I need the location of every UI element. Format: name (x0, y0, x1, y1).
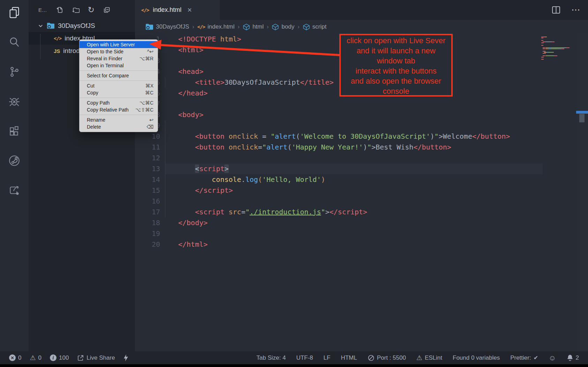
line-content: </body> (165, 217, 543, 228)
breadcrumb-item-script[interactable]: script (303, 23, 327, 31)
menu-item-select-for-compare[interactable]: Select for Compare (80, 72, 158, 79)
code-token: " (435, 132, 439, 140)
menu-item-reveal-in-finder[interactable]: Reveal in Finder⌥⌘R (80, 55, 158, 62)
minimap-line (541, 45, 573, 46)
status-item-smiley[interactable]: ☺ (549, 354, 556, 362)
status-item-0[interactable]: ✕0 (9, 354, 21, 361)
menu-item-copy-path[interactable]: Copy Path⌥⌘C (80, 99, 158, 106)
status-item-label: 0 (38, 354, 42, 361)
menu-item-label: Open with Live Server (87, 42, 153, 47)
code-token: </html> (178, 240, 208, 249)
status-item-port-5500[interactable]: Port : 5500 (368, 354, 406, 361)
tab-close-icon[interactable]: × (187, 6, 192, 15)
minimap-line (541, 51, 573, 52)
activity-extensions-icon[interactable] (7, 123, 22, 139)
menu-item-open-with-live-server[interactable]: Open with Live Server (80, 41, 158, 48)
status-item-eslint[interactable]: ⚠ESLint (416, 354, 442, 361)
status-item-label: LF (324, 354, 331, 361)
code-token: </script> (330, 208, 367, 216)
code-token (178, 143, 195, 151)
code-token: <head> (178, 67, 203, 76)
status-item-html[interactable]: HTML (341, 354, 357, 361)
more-actions-icon[interactable]: ⋯ (571, 5, 581, 15)
folder-icon (47, 22, 55, 29)
tree-item-folder[interactable]: 30DaysOfJS (29, 20, 135, 32)
minimap-seg (543, 53, 546, 54)
code-token: > (439, 132, 443, 140)
activity-share-out-icon[interactable] (7, 183, 22, 198)
breadcrumb-item-html[interactable]: html (243, 23, 264, 31)
code-token: <!DOCTYPE (178, 35, 220, 43)
status-item-label: Found 0 variables (453, 354, 500, 361)
menu-item-delete[interactable]: Delete⌫ (80, 123, 158, 130)
breadcrumb-item-30daysofjs[interactable]: 30DaysOfJS (145, 23, 189, 30)
status-item-live-share[interactable]: Live Share (77, 354, 115, 361)
code-token: </head> (178, 89, 208, 97)
code-token: onclick (229, 132, 258, 140)
menu-item-shortcut: ⌥⇧⌘C (135, 107, 153, 113)
status-item-lf[interactable]: LF (324, 354, 331, 361)
minimap[interactable] (541, 37, 573, 60)
code-token: = (241, 208, 246, 216)
new-file-icon[interactable] (56, 6, 63, 14)
status-item-prettier-[interactable]: Prettier:✔ (510, 354, 538, 361)
collapse-all-icon[interactable] (103, 6, 110, 14)
line-content: <body> (165, 109, 543, 120)
menu-item-rename[interactable]: Rename↩ (80, 116, 158, 123)
menu-item-label: Open to the Side (87, 49, 147, 54)
scrollbar-thumb[interactable] (579, 114, 585, 122)
line-number: 11 (135, 142, 165, 153)
split-editor-icon[interactable] (551, 5, 561, 15)
breadcrumb-item-index-html[interactable]: </>index.html (197, 23, 235, 30)
menu-item-label: Rename (87, 117, 149, 123)
activity-source-control-icon[interactable] (7, 64, 22, 79)
code-line-10: 10 <button onclick = "alert('Welcome to … (135, 131, 543, 142)
status-item-zap[interactable] (123, 354, 128, 362)
code-token: log (246, 175, 258, 184)
activity-explorer-icon[interactable] (7, 5, 22, 20)
activity-live-share-sessions-icon[interactable] (7, 153, 22, 168)
menu-item-copy-relative-path[interactable]: Copy Relative Path⌥⇧⌘C (80, 106, 158, 113)
new-folder-icon[interactable] (72, 6, 80, 14)
menu-item-cut[interactable]: Cut⌘X (80, 82, 158, 89)
breadcrumb-label: body (281, 23, 294, 30)
breadcrumb-label: index.html (208, 23, 234, 30)
code-token: onclick (229, 143, 258, 151)
code-token (224, 132, 228, 140)
tab-index-html[interactable]: </> index.html × (135, 0, 220, 20)
code-token (178, 175, 212, 184)
cube-icon (303, 23, 310, 31)
activity-search-icon[interactable] (7, 35, 22, 50)
menu-item-copy[interactable]: Copy⌘C (80, 89, 158, 96)
code-token: alert (266, 143, 287, 151)
status-item-2[interactable]: 2 (567, 354, 579, 361)
status-item-tab-size-4[interactable]: Tab Size: 4 (256, 354, 286, 361)
line-number: 19 (135, 228, 165, 239)
refresh-icon[interactable]: ↻ (88, 6, 95, 13)
code-token: <title> (195, 78, 224, 86)
code-token: </title> (300, 78, 333, 86)
menu-item-shortcut: ⌥⌘C (140, 100, 153, 106)
scrollbar-track[interactable] (576, 34, 588, 351)
code-line-9: 9 (135, 120, 543, 131)
annotation-box: click on open with Live Severand it will… (339, 34, 453, 97)
menu-item-open-in-terminal[interactable]: Open in Terminal (80, 62, 158, 69)
minimap-line (541, 37, 573, 37)
code-token (224, 143, 228, 151)
code-token: ) (363, 143, 367, 151)
minimap-seg (558, 48, 561, 49)
minimap-seg (541, 37, 545, 37)
menu-item-shortcut: ⌥⌘R (140, 56, 153, 61)
overview-ruler-mark (576, 111, 588, 114)
minimap-line (541, 49, 573, 50)
feedback-smiley-icon: ☺ (549, 354, 556, 362)
activity-debug-icon[interactable] (7, 94, 22, 109)
status-item-100[interactable]: i100 (50, 354, 69, 361)
breadcrumb-item-body[interactable]: body (272, 23, 294, 31)
menu-item-label: Copy Relative Path (87, 107, 135, 113)
status-item-utf-8[interactable]: UTF-8 (296, 354, 313, 361)
status-item-0[interactable]: ⚠0 (30, 354, 42, 361)
html-file-icon: </> (141, 7, 149, 13)
menu-item-open-to-the-side[interactable]: Open to the Side^↩ (80, 48, 158, 55)
status-item-found-0-variables[interactable]: Found 0 variables (453, 354, 500, 361)
